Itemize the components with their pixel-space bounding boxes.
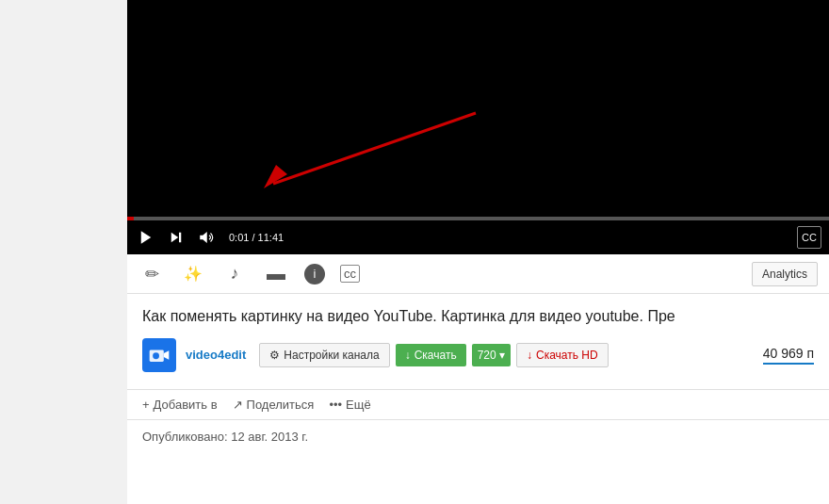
magic-wand-icon[interactable]: ✨: [180, 261, 206, 287]
svg-marker-1: [264, 165, 287, 188]
quality-dropdown[interactable]: 720 ▾: [472, 344, 511, 366]
captions-button[interactable]: CC: [797, 226, 821, 249]
more-button[interactable]: ••• Ещё: [329, 398, 370, 412]
info-icon[interactable]: i: [304, 264, 325, 285]
main-content: 0:01 / 11:41 CC ✏ ✨ ♪ ▬ i cc Analytics К…: [127, 0, 829, 504]
svg-marker-3: [171, 233, 179, 243]
camera-icon: [149, 347, 170, 364]
svg-marker-8: [164, 350, 170, 360]
channel-avatar[interactable]: [142, 338, 176, 372]
channel-settings-button[interactable]: ⚙ Настройки канала: [259, 343, 389, 367]
toolbar-right: Analytics: [752, 262, 818, 286]
video-toolbar: ✏ ✨ ♪ ▬ i cc Analytics: [127, 254, 829, 294]
action-row: + Добавить в ↗ Поделиться ••• Ещё: [127, 390, 829, 420]
download-hd-button[interactable]: ↓ Скачать HD: [516, 343, 609, 367]
more-dots-icon: •••: [329, 398, 342, 412]
svg-marker-2: [141, 231, 152, 244]
next-button[interactable]: [165, 226, 187, 249]
time-display: 0:01 / 11:41: [229, 232, 284, 243]
video-info: Как поменять картинку на видео YouTube. …: [127, 294, 829, 390]
music-icon[interactable]: ♪: [221, 261, 248, 287]
channel-row: video4edit ⚙ Настройки канала ↓ Скачать …: [142, 338, 814, 372]
arrow-overlay: [127, 0, 829, 217]
share-icon: ↗: [233, 398, 243, 412]
card-icon[interactable]: ▬: [263, 261, 289, 287]
download-button[interactable]: ↓ Скачать: [396, 344, 466, 366]
share-button[interactable]: ↗ Поделиться: [233, 398, 315, 412]
video-controls: 0:01 / 11:41 CC: [127, 220, 829, 254]
channel-buttons: ⚙ Настройки канала ↓ Скачать 720 ▾ ↓ Ска…: [259, 343, 608, 367]
views-count: 40 969 п: [763, 346, 814, 365]
svg-rect-4: [179, 233, 181, 243]
gear-icon: ⚙: [269, 349, 280, 362]
publication-date: Опубликовано: 12 авг. 2013 г.: [127, 420, 829, 453]
plus-icon: +: [142, 398, 150, 412]
svg-point-7: [153, 352, 159, 359]
play-button[interactable]: [135, 226, 157, 249]
channel-name[interactable]: video4edit: [186, 348, 246, 362]
sidebar: [0, 0, 127, 504]
download-icon: ↓: [405, 349, 411, 362]
hd-download-icon: ↓: [527, 349, 532, 362]
svg-marker-5: [200, 232, 207, 243]
pencil-icon[interactable]: ✏: [138, 261, 165, 287]
svg-line-0: [273, 113, 476, 184]
add-to-button[interactable]: + Добавить в: [142, 398, 218, 412]
volume-button[interactable]: [195, 226, 218, 249]
video-player[interactable]: [127, 0, 829, 217]
video-title: Как поменять картинку на видео YouTube. …: [142, 307, 814, 327]
progress-bar-fill: [127, 217, 134, 220]
cc-toolbar-icon[interactable]: cc: [340, 265, 360, 283]
progress-bar[interactable]: [127, 217, 829, 220]
analytics-button[interactable]: Analytics: [752, 262, 818, 286]
